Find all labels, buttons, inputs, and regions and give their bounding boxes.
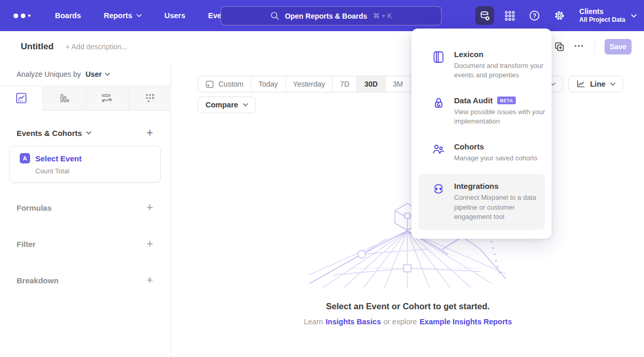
divider [594,40,595,53]
report-title[interactable]: Untitled [21,42,53,52]
search-icon [270,11,279,20]
main-content: Custom Today Yesterday 7D 30D 3M 6M Line… [172,62,644,357]
global-search-input[interactable]: Open Reports & Boards ⌘ + K [221,6,442,25]
chevron-down-icon [243,103,248,106]
event-card[interactable]: A Select Event Count Total [9,146,161,183]
top-nav: Boards Reports Users Events Open Reports… [0,0,644,31]
more-menu-button[interactable]: ••• [574,43,584,51]
empty-state-title: Select an Event or Cohort to get started… [172,301,644,311]
chevron-down-icon [631,14,637,18]
visualization-tabs [0,86,171,111]
nav-item-reports[interactable]: Reports [104,11,142,20]
nav-right-cluster: ? Clients All Project Data [475,0,637,31]
data-management-button[interactable] [475,6,494,25]
date-range-custom[interactable]: Custom [198,76,251,92]
events-cohorts-toggle[interactable]: Events & Cohorts [17,129,91,138]
analyze-uniques-selector[interactable]: Analyze Uniques by User [17,70,110,78]
grid-dots-icon [504,10,515,21]
example-reports-link[interactable]: Example Insights Reports [419,318,512,326]
lexicon-book-icon [432,50,445,64]
data-management-dropdown: Lexicon Document and transform your even… [412,29,552,239]
project-name: Clients [579,7,625,17]
breakdown-section: Breakdown + [17,274,153,286]
cohorts-users-icon [432,143,445,156]
date-range-3m[interactable]: 3M [385,76,410,92]
line-chart-icon [576,79,585,89]
insights-basics-link[interactable]: Insights Basics [326,318,381,326]
add-description-field[interactable]: + Add description... [65,43,127,51]
project-scope: All Project Data [579,16,625,24]
query-builder-sidebar: Analyze Uniques by User [0,62,171,357]
date-range-today[interactable]: Today [251,76,285,92]
event-aggregation-label[interactable]: Count Total [35,167,160,175]
add-formula-button[interactable]: + [146,202,153,213]
beta-badge: BETA [497,97,515,104]
bar-chart-icon [59,92,70,104]
nav-item-boards[interactable]: Boards [55,11,81,20]
calendar-icon [205,80,214,88]
save-button[interactable]: Save [605,39,632,54]
line-chart-icon [16,92,27,104]
integrations-sync-icon [432,182,445,196]
primary-nav: Boards Reports Users Events [55,11,233,20]
database-gear-icon [479,10,491,22]
add-breakdown-button[interactable]: + [146,274,153,286]
menu-item-integrations[interactable]: Integrations Connect Mixpanel to a data … [418,174,545,229]
mixpanel-logo-icon[interactable] [13,13,36,18]
filter-label: Filter [17,240,36,249]
empty-state-links: Learn Insights Basics or explore Example… [172,318,644,326]
search-placeholder: Open Reports & Boards [285,12,367,20]
date-range-7d[interactable]: 7D [332,76,357,92]
chevron-down-icon [86,131,91,134]
select-event-label[interactable]: Select Event [35,154,81,163]
svg-text:?: ? [533,12,537,19]
date-range-30d[interactable]: 30D [357,76,385,92]
help-icon: ? [529,10,540,21]
chevron-down-icon [136,14,142,17]
compare-dropdown[interactable]: Compare [198,97,256,113]
project-selector[interactable]: Clients All Project Data [579,7,637,24]
help-button[interactable]: ? [525,6,544,25]
chevron-down-icon [610,83,615,86]
flows-icon [101,92,113,104]
date-range-yesterday[interactable]: Yesterday [285,76,333,92]
explore-middle: or explore [383,318,417,326]
formulas-label: Formulas [17,203,52,212]
chart-type-dropdown[interactable]: Line [568,76,623,92]
learn-prefix: Learn [304,318,323,326]
events-cohorts-header: Events & Cohorts + [17,127,153,139]
nav-item-users[interactable]: Users [165,11,185,20]
add-filter-button[interactable]: + [146,238,153,250]
menu-item-data-audit[interactable]: Data Audit BETA View possible issues wit… [412,88,552,134]
menu-item-cohorts[interactable]: Cohorts Manage your saved cohorts [412,134,552,171]
event-letter-badge: A [20,153,30,163]
tab-insights-line[interactable] [0,86,43,111]
search-shortcut-hint: ⌘ + K [373,12,392,20]
breakdown-label: Breakdown [17,276,59,285]
chevron-down-icon [105,73,110,76]
apps-grid-button[interactable] [500,6,519,25]
dots-metric-icon [144,92,156,104]
add-event-button[interactable]: + [146,127,153,139]
app: Boards Reports Users Events Open Reports… [0,0,644,357]
formulas-section: Formulas + [17,202,153,213]
settings-button[interactable] [550,6,569,25]
duplicate-icon[interactable] [554,42,565,52]
tab-flows[interactable] [86,86,129,111]
filter-section: Filter + [17,238,153,250]
tab-metrics[interactable] [128,86,171,111]
data-audit-lock-icon [432,97,445,110]
menu-item-lexicon[interactable]: Lexicon Document and transform your even… [412,42,552,88]
gear-icon [554,10,565,21]
report-header-actions: ••• Save [554,31,632,62]
tab-bar-chart[interactable] [43,86,86,111]
